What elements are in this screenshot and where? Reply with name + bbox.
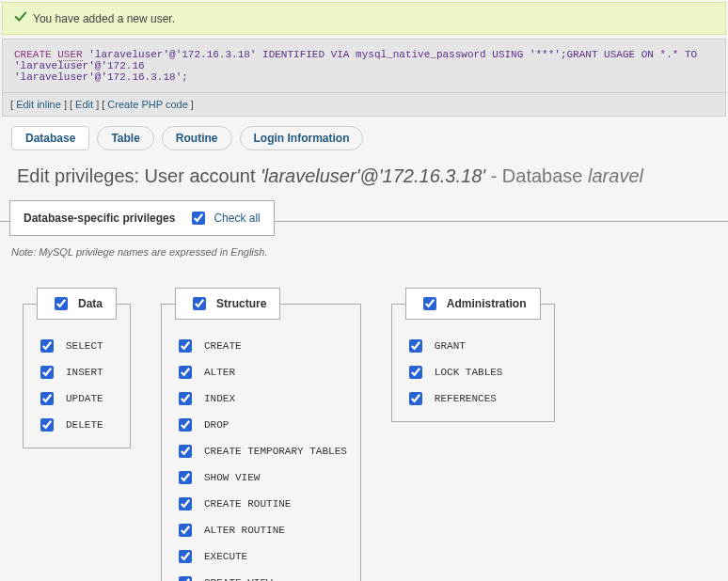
check-all[interactable]: Check all <box>188 209 260 228</box>
privilege-label: SHOW VIEW <box>204 472 260 483</box>
privilege-item[interactable]: CREATE VIEW <box>175 573 347 581</box>
privilege-item[interactable]: SELECT <box>37 337 117 355</box>
privilege-item[interactable]: CREATE TEMPORARY TABLES <box>175 442 347 461</box>
privilege-checkbox[interactable] <box>179 576 192 581</box>
group-structure-title: Structure <box>216 297 266 310</box>
title-dash: - <box>485 165 502 186</box>
panel-header-title: Database-specific privileges <box>24 212 175 225</box>
privilege-item[interactable]: ALTER ROUTINE <box>175 521 347 540</box>
privilege-label: EXECUTE <box>204 551 247 562</box>
privilege-label: DELETE <box>66 419 103 431</box>
privilege-checkbox[interactable] <box>179 418 192 432</box>
privilege-item[interactable]: CREATE <box>175 337 347 355</box>
privilege-item[interactable]: GRANT <box>405 337 541 355</box>
tab-row: Database Table Routine Login Information <box>0 117 728 160</box>
privilege-label: GRANT <box>435 340 466 352</box>
privilege-label: ALTER <box>204 367 235 378</box>
privilege-label: INDEX <box>204 393 235 404</box>
privilege-item[interactable]: CREATE ROUTINE <box>175 495 347 513</box>
title-db-label: Database <box>502 165 588 186</box>
privilege-checkbox[interactable] <box>179 366 192 379</box>
privilege-checkbox[interactable] <box>179 339 192 353</box>
group-admin: Administration GRANTLOCK TABLESREFERENCE… <box>391 288 555 422</box>
privilege-checkbox[interactable] <box>179 471 192 484</box>
privilege-label: CREATE VIEW <box>204 577 273 581</box>
privilege-item[interactable]: DELETE <box>37 416 117 434</box>
privilege-label: REFERENCES <box>435 393 497 404</box>
group-structure: Structure CREATEALTERINDEXDROPCREATE TEM… <box>161 288 361 581</box>
group-data-list: SELECTINSERTUPDATEDELETE <box>37 337 117 434</box>
privilege-label: CREATE TEMPORARY TABLES <box>204 446 347 457</box>
title-prefix: Edit privileges: User account <box>17 165 261 186</box>
privilege-item[interactable]: EXECUTE <box>175 547 347 566</box>
sql-create-kw: CREATE <box>14 49 57 60</box>
page-title: Edit privileges: User account 'laravelus… <box>0 160 728 200</box>
privilege-checkbox[interactable] <box>179 550 192 563</box>
privilege-label: CREATE ROUTINE <box>204 498 291 510</box>
group-data: Data SELECTINSERTUPDATEDELETE <box>23 288 131 448</box>
group-admin-title: Administration <box>447 297 527 310</box>
group-admin-legend[interactable]: Administration <box>405 288 541 320</box>
privilege-label: CREATE <box>204 340 242 352</box>
panel-header: Database-specific privileges Check all <box>9 200 275 236</box>
privilege-checkbox[interactable] <box>40 339 54 353</box>
privilege-label: INSERT <box>66 367 103 378</box>
check-icon <box>14 10 27 26</box>
privilege-label: SELECT <box>66 340 103 352</box>
privilege-checkbox[interactable] <box>179 524 192 537</box>
privilege-checkbox[interactable] <box>179 497 192 510</box>
privilege-groups: Data SELECTINSERTUPDATEDELETE Structure … <box>0 269 728 581</box>
group-data-checkbox[interactable] <box>55 297 68 310</box>
note: Note: MySQL privilege names are expresse… <box>0 243 728 269</box>
tab-table[interactable]: Table <box>97 126 153 150</box>
success-text: You have added a new user. <box>33 12 175 25</box>
privilege-item[interactable]: ALTER <box>175 363 347 382</box>
panel-body: Note: MySQL privilege names are expresse… <box>0 221 728 581</box>
privilege-item[interactable]: SHOW VIEW <box>175 468 347 487</box>
privilege-checkbox[interactable] <box>409 392 422 405</box>
privilege-label: ALTER ROUTINE <box>204 525 285 536</box>
privilege-checkbox[interactable] <box>40 366 54 379</box>
edit-links-bar: [ Edit inline ] [ Edit ] [ Create PHP co… <box>2 93 726 117</box>
privilege-item[interactable]: UPDATE <box>37 389 117 408</box>
privilege-item[interactable]: DROP <box>175 416 347 434</box>
edit-inline-link[interactable]: Edit inline <box>16 99 61 110</box>
check-all-checkbox[interactable] <box>192 212 205 225</box>
group-admin-list: GRANTLOCK TABLESREFERENCES <box>405 337 541 408</box>
privilege-checkbox[interactable] <box>40 418 54 432</box>
tab-routine[interactable]: Routine <box>162 126 232 150</box>
group-structure-legend[interactable]: Structure <box>175 288 280 320</box>
tab-database[interactable]: Database <box>11 126 89 150</box>
privilege-checkbox[interactable] <box>179 445 192 458</box>
check-all-label: Check all <box>214 212 260 225</box>
group-structure-checkbox[interactable] <box>193 297 206 310</box>
privilege-checkbox[interactable] <box>40 392 54 405</box>
title-user: 'laraveluser'@'172.16.3.18' <box>261 165 485 186</box>
group-admin-checkbox[interactable] <box>423 297 436 310</box>
privilege-item[interactable]: INDEX <box>175 389 347 408</box>
group-data-legend[interactable]: Data <box>37 288 117 320</box>
privilege-item[interactable]: LOCK TABLES <box>405 363 541 382</box>
privilege-item[interactable]: INSERT <box>37 363 117 382</box>
privilege-checkbox[interactable] <box>409 366 422 379</box>
group-structure-list: CREATEALTERINDEXDROPCREATE TEMPORARY TAB… <box>175 337 347 581</box>
sql-line1-rest: 'laraveluser'@'172.16.3.18' IDENTIFIED V… <box>14 49 704 71</box>
sql-line2: 'laraveluser'@'172.16.3.18'; <box>14 71 188 83</box>
privilege-checkbox[interactable] <box>409 339 422 353</box>
edit-link[interactable]: Edit <box>75 99 93 110</box>
create-php-link[interactable]: Create PHP code <box>107 99 187 110</box>
privilege-label: DROP <box>204 419 229 431</box>
sql-block: CREATE USER 'laraveluser'@'172.16.3.18' … <box>2 39 726 93</box>
privilege-label: LOCK TABLES <box>435 367 503 378</box>
privilege-checkbox[interactable] <box>179 392 192 405</box>
privilege-label: UPDATE <box>66 393 103 404</box>
group-data-title: Data <box>78 297 103 310</box>
title-db-name: laravel <box>588 165 643 186</box>
success-bar: You have added a new user. <box>2 2 726 35</box>
privilege-item[interactable]: REFERENCES <box>405 389 541 408</box>
tab-login[interactable]: Login Information <box>240 126 364 150</box>
